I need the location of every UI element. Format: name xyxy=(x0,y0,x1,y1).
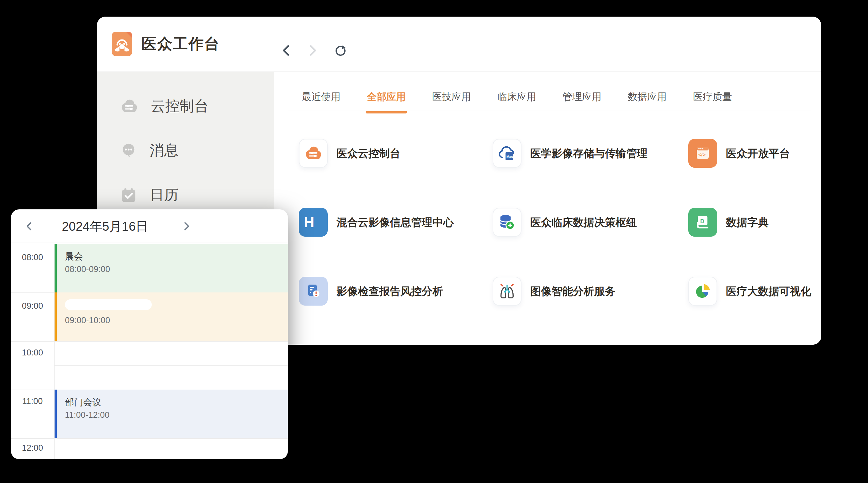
dictionary-book-icon: D xyxy=(688,208,717,237)
calendar-date-title: 2024年5月16日 xyxy=(42,210,168,243)
time-label: 08:00 xyxy=(11,253,54,262)
content-area: 最近使用 全部应用 医技应用 临床应用 管理应用 数据应用 医疗质量 医众云控制 xyxy=(274,72,821,345)
sidebar-item-label: 消息 xyxy=(150,141,179,160)
sidebar-item-messages[interactable]: 消息 xyxy=(120,139,179,161)
logo-face-icon xyxy=(112,34,132,54)
app-data-dictionary[interactable]: D 数据字典 xyxy=(688,208,821,277)
app-logo-icon xyxy=(112,32,132,56)
lungs-icon xyxy=(493,277,522,305)
sidebar-item-label: 日历 xyxy=(150,185,179,205)
app-label: 图像智能分析服务 xyxy=(530,277,616,305)
app-label: 医众云控制台 xyxy=(337,139,400,168)
time-label: 11:00 xyxy=(11,396,54,406)
h-letter-icon: H xyxy=(299,208,328,237)
app-label: 数据字典 xyxy=(726,208,769,237)
app-grid: 医众云控制台 Mas 医学影像存储与传输管理 xyxy=(299,139,821,345)
cloud-sliders-icon xyxy=(299,139,328,168)
cloud-settings-icon xyxy=(120,97,139,115)
code-window-icon: </> xyxy=(688,139,717,168)
calendar-header: 2024年5月16日 xyxy=(11,210,288,243)
event-title-redacted-pill xyxy=(65,299,152,310)
svg-text:D: D xyxy=(700,218,704,224)
window-header: 医众工作台 xyxy=(97,17,821,71)
app-label: 医学影像存储与传输管理 xyxy=(530,139,648,168)
database-plus-icon xyxy=(493,208,522,237)
calendar-panel: 2024年5月16日 08:00 09:00 10:00 11:00 12:00… xyxy=(11,210,288,459)
sidebar-item-label: 云控制台 xyxy=(151,97,209,116)
browser-nav xyxy=(280,44,347,57)
app-cloud-console[interactable]: 医众云控制台 xyxy=(299,139,493,208)
calendar-event-morning-meeting[interactable]: 晨会 08:00-09:00 xyxy=(55,244,288,292)
refresh-icon[interactable] xyxy=(334,44,347,57)
tab-bar: 最近使用 全部应用 医技应用 临床应用 管理应用 数据应用 医疗质量 xyxy=(302,90,732,111)
event-time: 08:00-09:00 xyxy=(65,264,288,275)
calendar-event-department-meeting[interactable]: 部门会议 11:00-12:00 xyxy=(55,390,288,438)
tab-quality[interactable]: 医疗质量 xyxy=(693,90,732,111)
svg-text:Mas: Mas xyxy=(506,155,513,159)
app-label: 混合云影像信息管理中心 xyxy=(337,208,454,237)
calendar-event-redacted[interactable]: 09:00-10:00 xyxy=(55,292,288,341)
event-time: 09:00-10:00 xyxy=(65,315,288,326)
sidebar-item-cloud-console[interactable]: 云控制台 xyxy=(120,95,209,117)
mas-cloud-icon: Mas xyxy=(493,139,522,168)
app-label: 医众临床数据决策枢纽 xyxy=(530,208,637,237)
tab-divider xyxy=(288,110,811,111)
sidebar-item-calendar[interactable]: 日历 xyxy=(120,184,179,206)
app-pacs[interactable]: Mas 医学影像存储与传输管理 xyxy=(493,139,688,208)
app-bigdata-visualization[interactable]: 医疗大数据可视化 xyxy=(688,277,821,345)
tab-data[interactable]: 数据应用 xyxy=(628,90,667,111)
app-label: 影像检查报告风控分析 xyxy=(337,277,443,305)
pie-chart-icon xyxy=(688,277,717,305)
app-label: 医众开放平台 xyxy=(726,139,790,168)
h-letter-glyph: H xyxy=(299,208,328,237)
report-alert-icon xyxy=(299,277,328,305)
app-label: 医疗大数据可视化 xyxy=(726,277,811,305)
tab-all-apps[interactable]: 全部应用 xyxy=(367,90,406,111)
hour-gridline xyxy=(11,341,288,342)
app-report-risk-analysis[interactable]: 影像检查报告风控分析 xyxy=(299,277,493,345)
half-hour-gridline xyxy=(55,365,288,366)
forward-icon[interactable] xyxy=(306,44,319,57)
app-clinical-data-hub[interactable]: 医众临床数据决策枢纽 xyxy=(493,208,688,277)
time-label: 09:00 xyxy=(11,301,54,311)
calendar-day-view: 08:00 09:00 10:00 11:00 12:00 晨会 08:00-0… xyxy=(11,244,288,459)
calendar-next-icon[interactable] xyxy=(180,220,193,232)
app-open-platform[interactable]: </> 医众开放平台 xyxy=(688,139,821,208)
time-label: 12:00 xyxy=(11,443,54,453)
tab-medtech[interactable]: 医技应用 xyxy=(432,90,471,111)
tab-management[interactable]: 管理应用 xyxy=(563,90,601,111)
tab-recent[interactable]: 最近使用 xyxy=(302,90,341,111)
app-image-ai-analysis[interactable]: 图像智能分析服务 xyxy=(493,277,688,345)
app-hybrid-cloud-ris[interactable]: H 混合云影像信息管理中心 xyxy=(299,208,493,277)
event-time: 11:00-12:00 xyxy=(65,410,288,420)
back-icon[interactable] xyxy=(280,44,293,57)
message-icon xyxy=(120,141,138,160)
calendar-icon xyxy=(120,186,138,204)
tab-clinical[interactable]: 临床应用 xyxy=(497,90,536,111)
hour-gridline xyxy=(11,438,288,439)
time-label: 10:00 xyxy=(11,348,54,358)
svg-text:</>: </> xyxy=(699,152,706,157)
calendar-prev-icon[interactable] xyxy=(23,220,35,232)
app-title: 医众工作台 xyxy=(142,34,220,54)
event-title: 部门会议 xyxy=(65,396,288,408)
event-title: 晨会 xyxy=(65,251,288,262)
